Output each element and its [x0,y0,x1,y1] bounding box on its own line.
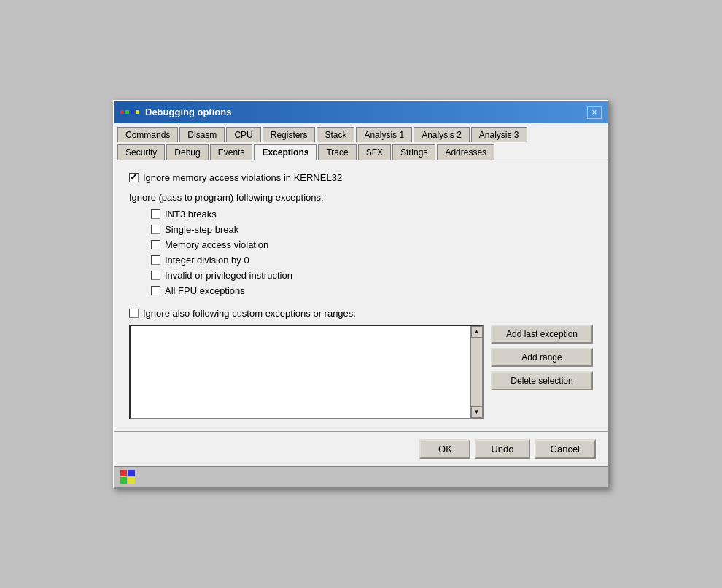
close-button[interactable]: × [587,106,602,119]
exc-memaccess-label[interactable]: Memory access violation [165,239,268,250]
tab-row-2: Security Debug Events Exceptions Trace S… [114,141,608,160]
status-sq-red [120,470,127,476]
exc-invalid-label[interactable]: Invalid or privileged instruction [165,270,292,281]
exc-singlestep: Single-step break [151,224,593,235]
tab-row-1: Commands Disasm CPU Registers Stack Anal… [114,123,608,142]
ok-button[interactable]: OK [419,439,470,459]
icon-dot-green [125,110,129,114]
custom-exceptions-section: Ignore also following custom exceptions … [129,308,593,419]
tab-trace[interactable]: Trace [318,144,356,160]
exc-int3-checkbox[interactable] [151,209,160,219]
exc-int3-label[interactable]: INT3 breaks [165,209,217,220]
exc-singlestep-label[interactable]: Single-step break [165,224,238,235]
tab-cpu[interactable]: CPU [226,127,260,142]
add-last-exception-button[interactable]: Add last exception [491,325,593,344]
tab-stack[interactable]: Stack [317,127,354,142]
tab-analysis3[interactable]: Analysis 3 [471,127,527,142]
exc-intdiv-label[interactable]: Integer division by 0 [165,255,249,266]
status-sq-blue [128,470,135,476]
tab-analysis1[interactable]: Analysis 1 [356,127,412,142]
undo-button[interactable]: Undo [475,439,529,459]
exc-memaccess-checkbox[interactable] [151,240,160,249]
tab-analysis2[interactable]: Analysis 2 [414,127,470,142]
status-bar [114,466,608,487]
tab-addresses[interactable]: Addresses [437,144,494,160]
exceptions-list: INT3 breaks Single-step break Memory acc… [151,209,593,296]
exc-fpu: All FPU exceptions [151,285,593,296]
kernel32-row: Ignore memory access violations in KERNE… [129,172,593,183]
icon-dot-blue [131,110,134,114]
tab-registers[interactable]: Registers [263,127,316,142]
exc-intdiv-checkbox[interactable] [151,255,160,265]
icon-dot-red [120,110,124,114]
title-bar: Debugging options × [114,101,608,123]
tab-disasm[interactable]: Disasm [179,127,225,142]
exc-invalid: Invalid or privileged instruction [151,270,593,281]
cancel-button[interactable]: Cancel [535,439,596,459]
debugging-options-dialog: Debugging options × Commands Disasm CPU … [113,100,609,489]
kernel32-label[interactable]: Ignore memory access violations in KERNE… [143,172,342,183]
ignore-section-label: Ignore (pass to program) following excep… [129,192,593,203]
exc-invalid-checkbox[interactable] [151,271,160,280]
icon-dot-yellow [136,110,139,114]
exc-singlestep-checkbox[interactable] [151,225,160,234]
tab-debug[interactable]: Debug [166,144,208,160]
delete-selection-button[interactable]: Delete selection [491,371,593,390]
status-sq-green [120,477,127,484]
exc-intdiv: Integer division by 0 [151,255,593,266]
custom-exceptions-textarea-wrapper: ▲ ▼ [129,325,484,419]
exc-int3: INT3 breaks [151,209,593,220]
kernel32-checkbox[interactable] [129,173,139,182]
exc-memaccess: Memory access violation [151,239,593,250]
custom-exceptions-body: ▲ ▼ Add last exception Add range Delete … [129,325,593,419]
tab-events[interactable]: Events [210,144,253,160]
custom-exceptions-textarea[interactable] [131,326,470,418]
tab-exceptions[interactable]: Exceptions [254,144,317,160]
add-range-button[interactable]: Add range [491,348,593,367]
tab-strings[interactable]: Strings [392,144,435,160]
title-icon [120,110,139,114]
tabs-area: Commands Disasm CPU Registers Stack Anal… [114,123,608,160]
tab-sfx[interactable]: SFX [358,144,391,160]
custom-exceptions-checkbox[interactable] [129,309,139,318]
custom-exceptions-input-area [131,326,470,418]
status-icon [120,470,135,484]
custom-exceptions-row: Ignore also following custom exceptions … [129,308,593,319]
tab-commands[interactable]: Commands [117,127,178,142]
exc-fpu-label[interactable]: All FPU exceptions [165,285,245,296]
scroll-down-arrow[interactable]: ▼ [471,406,483,418]
dialog-title: Debugging options [145,107,231,117]
status-sq-yellow [128,477,135,484]
scrollbar-vertical[interactable]: ▲ ▼ [470,326,482,418]
exc-fpu-checkbox[interactable] [151,286,160,295]
tab-security[interactable]: Security [117,144,165,160]
custom-exceptions-label[interactable]: Ignore also following custom exceptions … [143,308,356,319]
scroll-up-arrow[interactable]: ▲ [471,326,483,338]
title-bar-left: Debugging options [120,107,231,117]
bottom-bar: OK Undo Cancel [114,431,608,466]
content-area: Ignore memory access violations in KERNE… [114,160,608,431]
action-buttons: Add last exception Add range Delete sele… [491,325,593,419]
